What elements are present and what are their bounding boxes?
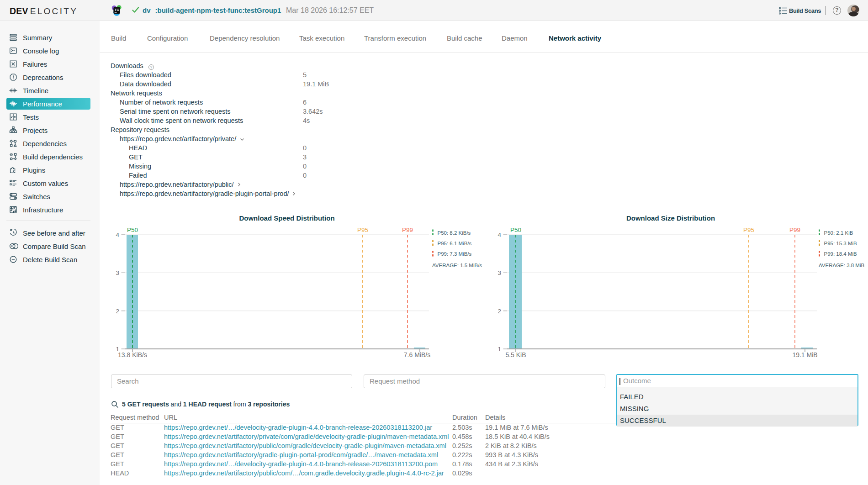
svg-text:P95: 15.3 MiB: P95: 15.3 MiB <box>824 241 857 246</box>
svg-text:P50: 2.1 KiB: P50: 2.1 KiB <box>824 230 853 236</box>
svg-text:AVERAGE: 3.8 MiB: AVERAGE: 3.8 MiB <box>819 263 864 268</box>
svg-text:P99: 18.4 MiB: P99: 18.4 MiB <box>824 251 857 257</box>
svg-text:AVERAGE: 1.5 MiB/s: AVERAGE: 1.5 MiB/s <box>432 263 482 268</box>
svg-text:P50: P50 <box>127 227 138 233</box>
svg-text:3: 3 <box>116 269 119 276</box>
svg-text:P99: 7.3 MiB/s: P99: 7.3 MiB/s <box>438 251 472 257</box>
svg-text:TC: TC <box>115 8 120 12</box>
svg-text:Download Size Distribution: Download Size Distribution <box>626 214 715 222</box>
svg-text:4: 4 <box>498 232 501 238</box>
svg-text:P95: P95 <box>357 227 368 233</box>
svg-text:3: 3 <box>498 269 501 276</box>
svg-text:Download Speed Distribution: Download Speed Distribution <box>239 214 334 222</box>
svg-text:2: 2 <box>116 308 119 315</box>
svg-text:7.6 MiB/s: 7.6 MiB/s <box>404 351 430 358</box>
svg-text:1: 1 <box>498 346 501 353</box>
svg-text:A: A <box>11 245 12 248</box>
svg-text:P99: P99 <box>402 227 413 233</box>
svg-text:2: 2 <box>498 308 501 315</box>
svg-text:19.1 MiB: 19.1 MiB <box>792 351 817 358</box>
svg-text:P99: P99 <box>789 227 800 233</box>
svg-text:P95: 6.1 MiB/s: P95: 6.1 MiB/s <box>438 241 472 246</box>
svg-text:P95: P95 <box>743 227 754 233</box>
svg-text:13.8 KiB/s: 13.8 KiB/s <box>118 351 147 358</box>
svg-text:4: 4 <box>116 232 119 238</box>
svg-text:P50: P50 <box>510 227 521 233</box>
svg-text:P50: 8.2 KiB/s: P50: 8.2 KiB/s <box>438 230 471 236</box>
svg-text:5.5 KiB: 5.5 KiB <box>505 351 526 358</box>
